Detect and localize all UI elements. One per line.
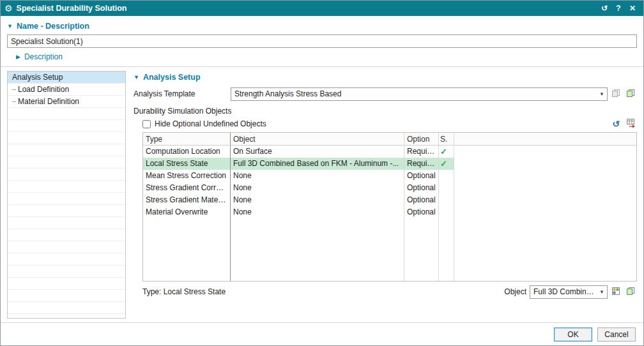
nav-empty-row — [8, 241, 125, 253]
template-paste-icon — [626, 89, 635, 100]
table-header-row: Type Object Option S. — [143, 133, 636, 146]
nav-empty-row — [8, 278, 125, 290]
table-row-local-stress-state[interactable]: Local Stress State Full 3D Combined Base… — [143, 158, 636, 170]
window-title: Specialist Durability Solution — [17, 4, 597, 13]
cell-object[interactable]: None — [231, 194, 404, 206]
collapse-arrow-icon: ▼ — [7, 20, 13, 33]
edit-objects-button[interactable] — [624, 117, 637, 130]
close-icon[interactable]: ✕ — [625, 1, 640, 16]
cell-status: ✓ — [439, 158, 454, 170]
hide-optional-checkbox[interactable] — [142, 120, 151, 128]
nav-item-material-definition[interactable]: Material Definition — [8, 96, 125, 108]
cell-object[interactable]: None — [231, 170, 404, 182]
solution-name-input[interactable] — [7, 34, 637, 48]
template-copy-button[interactable] — [610, 87, 622, 100]
reset-dialog-icon[interactable]: ↺ — [597, 1, 611, 16]
cell-filler — [454, 146, 636, 158]
analysis-template-select[interactable]: Strength Analysis Stress Based ▼ — [231, 87, 608, 101]
hide-optional-label: Hide Optional Undefined Objects — [155, 119, 266, 128]
cell-type[interactable]: Material Overwrite — [143, 206, 231, 218]
content-area: Analysis Setup Load Definition Material … — [1, 67, 643, 322]
cell-object[interactable]: Full 3D Combined Based on FKM - Aluminum… — [231, 158, 404, 170]
selection-footer: Type: Local Stress State Object Full 3D … — [142, 283, 637, 300]
analysis-setup-header[interactable]: ▼ Analysis Setup — [134, 71, 637, 84]
cell-type[interactable]: Stress Gradient Correction — [143, 182, 231, 194]
nav-item-load-definition[interactable]: Load Definition — [8, 84, 125, 96]
cell-object[interactable]: None — [231, 206, 404, 218]
column-header-status[interactable]: S. — [439, 133, 454, 145]
table-row-computation-location[interactable]: Computation Location On Surface Required… — [143, 146, 636, 158]
cell-option: Required — [404, 158, 439, 170]
analysis-setup-panel: ▼ Analysis Setup Analysis Template Stren… — [134, 71, 637, 319]
check-icon: ✓ — [440, 147, 447, 156]
cell-option: Optional — [404, 206, 439, 218]
nav-empty-row — [8, 120, 125, 132]
column-header-type[interactable]: Type — [143, 133, 231, 145]
gear-icon: ⚙ — [4, 1, 13, 16]
table-row-mean-stress-correction[interactable]: Mean Stress Correction None Optional — [143, 170, 636, 182]
nav-empty-row — [8, 217, 125, 229]
nav-empty-row — [8, 156, 125, 169]
durability-objects-label: Durability Simulation Objects — [134, 105, 637, 117]
copy-object-icon — [626, 287, 635, 297]
copy-object-button[interactable] — [624, 285, 637, 298]
cell-option: Required — [404, 146, 439, 158]
object-label: Object — [504, 287, 526, 296]
object-select[interactable]: Full 3D Combined B ▼ — [530, 285, 608, 299]
simulation-objects-table: Type Object Option S. Computation Locati… — [142, 132, 637, 282]
specialist-durability-solution-dialog: ⚙ Specialist Durability Solution ↺ ? ✕ ▼… — [0, 0, 644, 346]
table-row-material-overwrite[interactable]: Material Overwrite None Optional — [143, 206, 636, 218]
cell-status: ✓ — [439, 146, 454, 158]
cell-filler — [454, 170, 636, 182]
cell-filler — [454, 158, 636, 170]
name-description-title: Name - Description — [17, 20, 89, 33]
nav-empty-row — [8, 144, 125, 156]
analysis-template-label: Analysis Template — [134, 89, 231, 98]
cell-object[interactable]: On Surface — [231, 146, 404, 158]
nav-empty-row — [8, 253, 125, 266]
help-icon[interactable]: ? — [611, 1, 625, 16]
refresh-objects-button[interactable]: ↺ — [610, 117, 622, 130]
object-select-value: Full 3D Combined B — [533, 287, 597, 296]
cell-type[interactable]: Mean Stress Correction — [143, 170, 231, 182]
nav-empty-row — [8, 132, 125, 144]
description-header[interactable]: ▶ Description — [7, 51, 637, 63]
table-row-stress-gradient-material[interactable]: Stress Gradient Material None Optional — [143, 194, 636, 206]
nav-empty-row — [8, 229, 125, 241]
description-title: Description — [24, 51, 63, 63]
column-header-object[interactable]: Object — [231, 133, 404, 145]
table-row-stress-gradient-correction[interactable]: Stress Gradient Correction None Optional — [143, 182, 636, 194]
table-empty-row — [143, 279, 636, 282]
table-empty-row — [143, 243, 636, 255]
nav-empty-row — [8, 169, 125, 181]
template-copy-icon — [611, 89, 620, 100]
column-header-option[interactable]: Option — [404, 133, 439, 145]
template-paste-button[interactable] — [624, 87, 637, 100]
cell-type[interactable]: Local Stress State — [143, 158, 231, 170]
name-description-header[interactable]: ▼ Name - Description — [7, 20, 637, 33]
column-header-filler — [454, 133, 636, 145]
chevron-down-icon: ▼ — [597, 289, 607, 295]
cell-type[interactable]: Computation Location — [143, 146, 231, 158]
table-arrow-icon — [626, 118, 636, 130]
cell-type[interactable]: Stress Gradient Material — [143, 194, 231, 206]
solution-navigator: Analysis Setup Load Definition Material … — [7, 71, 126, 319]
table-empty-row — [143, 267, 636, 279]
nav-empty-row — [8, 205, 125, 217]
nav-empty-row — [8, 108, 125, 120]
check-icon: ✓ — [440, 159, 447, 169]
table-empty-row — [143, 218, 636, 230]
titlebar[interactable]: ⚙ Specialist Durability Solution ↺ ? ✕ — [1, 1, 643, 16]
ok-button[interactable]: OK — [554, 327, 592, 342]
cell-object[interactable]: None — [231, 182, 404, 194]
analysis-template-row: Analysis Template Strength Analysis Stre… — [134, 87, 637, 101]
cancel-button[interactable]: Cancel — [597, 327, 636, 342]
analysis-setup-title: Analysis Setup — [143, 71, 201, 84]
analysis-template-value: Strength Analysis Stress Based — [234, 89, 597, 98]
cell-status — [439, 194, 454, 206]
expand-arrow-icon: ▶ — [16, 51, 20, 63]
cell-status — [439, 206, 454, 218]
edit-object-button[interactable] — [610, 285, 622, 298]
nav-item-analysis-setup[interactable]: Analysis Setup — [8, 71, 125, 84]
cell-filler — [454, 182, 636, 194]
